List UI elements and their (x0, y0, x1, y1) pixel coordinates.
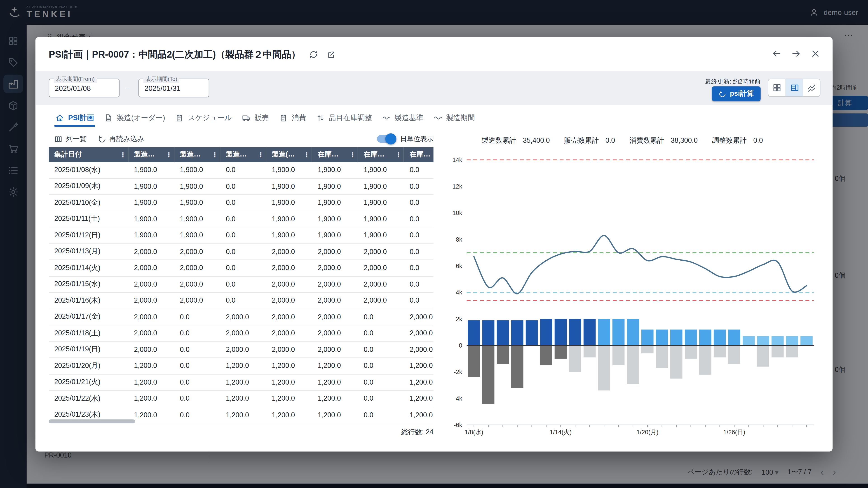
value-cell: 1,900.0 (175, 227, 220, 243)
tab-bar: PSI計画製造(オーダー)スケジュール販売消費品目在庫調整製造基準製造期間 (55, 109, 475, 127)
value-cell: 0.0 (175, 391, 220, 406)
dialog-title-row: PSI計画｜PR-0007：中間品2(二次加工)（製品群２中間品） (49, 48, 336, 61)
refresh-icon (719, 90, 726, 98)
value-cell: 2,000.0 (267, 243, 312, 259)
column-menu-icon[interactable]: ⋮ (349, 151, 356, 158)
wave-icon (433, 113, 442, 122)
close-button[interactable] (810, 49, 820, 59)
tab-品目在庫調整[interactable]: 品目在庫調整 (316, 109, 372, 127)
x-axis (467, 425, 814, 427)
table-row[interactable]: 2025/01/15(水)2,000.02,000.00.02,000.02,0… (49, 276, 434, 293)
sync-button[interactable] (309, 50, 318, 59)
horizontal-scrollbar-thumb[interactable] (49, 419, 135, 423)
date-cell: 2025/01/09(木) (49, 178, 129, 194)
threshold-lines (467, 160, 814, 300)
svg-text:4k: 4k (456, 289, 462, 296)
period-from-field[interactable]: 表示期間(From) (49, 78, 120, 97)
column-menu-icon[interactable]: ⋮ (165, 151, 172, 158)
column-header[interactable]: 在庫…⋮ (358, 147, 404, 162)
date-cell: 2025/01/11(土) (49, 211, 129, 227)
tab-消費[interactable]: 消費 (279, 109, 306, 127)
daily-unit-toggle[interactable] (377, 135, 395, 143)
bar-series (468, 319, 596, 345)
period-to-label: 表示期間(To) (144, 75, 180, 83)
table-row[interactable]: 2025/01/20(月)1,200.00.01,200.01,200.01,2… (49, 358, 434, 374)
value-cell: 0.0 (404, 293, 434, 308)
value-cell: 0.0 (358, 325, 404, 341)
value-cell: 0.0 (404, 243, 434, 259)
column-menu-icon[interactable]: ⋮ (257, 151, 264, 158)
value-cell: 1,900.0 (175, 195, 220, 211)
tab-製造期間[interactable]: 製造期間 (433, 109, 475, 127)
table-row[interactable]: 2025/01/08(水)1,900.01,900.00.01,900.01,9… (49, 162, 434, 178)
value-cell: 2,000.0 (312, 260, 358, 276)
table-row[interactable]: 2025/01/16(木)2,000.02,000.00.02,000.02,0… (49, 293, 434, 309)
value-cell: 0.0 (404, 260, 434, 276)
tab-スケジュール[interactable]: スケジュール (175, 109, 232, 127)
table-row[interactable]: 2025/01/13(月)2,000.02,000.00.02,000.02,0… (49, 243, 434, 260)
stat-adjustment: 調整数累計0.0 (712, 136, 763, 145)
table-row[interactable]: 2025/01/10(金)1,900.01,900.00.01,900.01,9… (49, 195, 434, 211)
columns-button[interactable]: 列一覧 (54, 134, 87, 143)
table-row[interactable]: 2025/01/17(金)2,000.00.02,000.02,000.02,0… (49, 309, 434, 325)
psi-chart[interactable]: 14k12k10k8k6k4k2k0-2k-4k-6k1/8(水)1/14(火)… (445, 152, 819, 443)
grid-view-icon (772, 83, 782, 93)
next-item-button[interactable] (791, 49, 801, 59)
column-header[interactable]: 製造…⋮ (175, 147, 220, 162)
table-row[interactable]: 2025/01/14(火)2,000.02,000.00.02,000.02,0… (49, 260, 434, 276)
view-mode-grid-view-button[interactable] (768, 79, 785, 96)
column-header[interactable]: 製造(…⋮ (267, 147, 312, 162)
value-cell: 1,200.0 (404, 358, 434, 374)
svg-text:2k: 2k (456, 316, 462, 323)
period-to-field[interactable]: 表示期間(To) (138, 78, 210, 97)
y-axis-labels: 14k12k10k8k6k4k2k0-2k-4k-6k (453, 157, 462, 428)
value-cell: 2,000.0 (220, 325, 266, 341)
view-mode-line-chart-button[interactable] (803, 79, 820, 96)
table-row[interactable]: 2025/01/18(土)2,000.00.02,000.02,000.02,0… (49, 325, 434, 342)
value-cell: 1,200.0 (267, 358, 312, 374)
value-cell: 2,000.0 (175, 260, 220, 276)
filter-band: 表示期間(From) – 表示期間(To) 最終更新: 約2時間前 psi計算 (35, 71, 833, 105)
date-cell: 2025/01/20(月) (49, 358, 129, 374)
value-cell: 1,900.0 (358, 195, 404, 211)
table-row[interactable]: 2025/01/21(火)1,200.00.01,200.01,200.01,2… (49, 375, 434, 391)
tab-製造基準[interactable]: 製造基準 (382, 109, 423, 127)
view-mode-table-chart-button[interactable] (785, 79, 803, 96)
tab-製造(オーダー)[interactable]: 製造(オーダー) (104, 109, 165, 127)
value-cell: 0.0 (358, 407, 404, 423)
table-row[interactable]: 2025/01/19(日)2,000.00.02,000.02,000.02,0… (49, 342, 434, 358)
column-menu-icon[interactable]: ⋮ (303, 151, 310, 158)
reload-button[interactable]: 再読み込み (98, 134, 144, 143)
psi-combo-chart: 14k12k10k8k6k4k2k0-2k-4k-6k1/8(水)1/14(火)… (445, 152, 819, 443)
table-row[interactable]: 2025/01/09(木)1,900.01,900.00.01,900.01,9… (49, 178, 434, 195)
column-header[interactable]: 製造…⋮ (128, 147, 174, 162)
column-menu-icon[interactable]: ⋮ (212, 151, 218, 158)
dialog-title: PSI計画｜PR-0007：中間品2(二次加工)（製品群２中間品） (49, 48, 301, 61)
period-from-label: 表示期間(From) (54, 75, 97, 83)
value-cell: 1,200.0 (312, 375, 358, 390)
column-header[interactable]: 在庫…⋮ (312, 147, 358, 162)
tab-販売[interactable]: 販売 (242, 109, 269, 127)
cumulative-stats-row: 製造数累計35,400.0 販売数累計0.0 消費数累計38,300.0 調整数… (482, 136, 763, 145)
value-cell: 2,000.0 (312, 342, 358, 357)
value-cell: 0.0 (220, 243, 266, 259)
x-axis-labels: 1/8(水)1/14(火)1/20(月)1/26(日) (465, 429, 745, 435)
tab-PSI計画[interactable]: PSI計画 (55, 109, 94, 127)
column-header[interactable]: 製造…⋮ (220, 147, 266, 162)
date-cell: 2025/01/08(水) (49, 162, 129, 178)
date-cell: 2025/01/13(月) (49, 243, 129, 259)
table-row[interactable]: 2025/01/22(水)1,200.00.01,200.01,200.01,2… (49, 391, 434, 407)
value-cell: 2,000.0 (358, 293, 404, 308)
column-header[interactable]: 在庫…⋮ (404, 147, 434, 162)
column-header[interactable]: 集計日付⋮ (49, 147, 129, 162)
previous-item-button[interactable] (772, 49, 782, 59)
value-cell: 1,900.0 (312, 211, 358, 227)
table-row[interactable]: 2025/01/11(土)1,900.01,900.00.01,900.01,9… (49, 211, 434, 227)
column-menu-icon[interactable]: ⋮ (395, 151, 402, 158)
open-in-new-button[interactable] (327, 50, 336, 59)
bar-series (569, 346, 798, 390)
column-menu-icon[interactable]: ⋮ (120, 151, 126, 158)
table-row[interactable]: 2025/01/12(日)1,900.01,900.00.01,900.01,9… (49, 227, 434, 243)
refresh-icon (98, 135, 106, 143)
psi-calculate-button[interactable]: psi計算 (712, 86, 761, 101)
